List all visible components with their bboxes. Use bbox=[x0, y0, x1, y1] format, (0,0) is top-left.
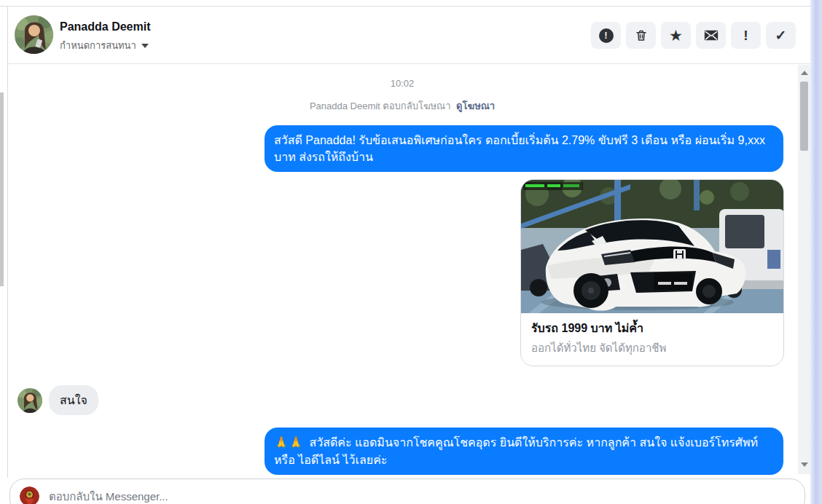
chevron-down-icon bbox=[141, 44, 149, 48]
report-button[interactable]: ! bbox=[591, 22, 621, 49]
check-icon: ✓ bbox=[775, 28, 787, 42]
reply-input[interactable] bbox=[49, 490, 795, 503]
conversation-label-dropdown[interactable]: กำหนดการสนทนา bbox=[60, 38, 149, 53]
outgoing-message-bubble: 🙏🙏 สวัสดีค่ะ แอดมินจากโชคคูณโชคอุดร ยินด… bbox=[265, 428, 783, 474]
message-text: สวัสดี Panadda! รับข้อเสนอพิเศษก่อนใคร ด… bbox=[274, 134, 765, 163]
exclamation-icon: ! bbox=[743, 28, 748, 42]
message-text: สวัสดีค่ะ แอดมินจากโชคคูณโชคอุดร ยินดีให… bbox=[274, 436, 758, 465]
ad-context-text: Panadda Deemit ตอบกลับโฆษณา bbox=[310, 101, 451, 111]
ad-attachment-card[interactable]: รับรถ 1999 บาท ไม่ค้ำ ออกได้ทั่วไทย จัดไ… bbox=[520, 179, 784, 366]
incoming-message-row: สนใจ bbox=[17, 385, 98, 415]
view-ad-link[interactable]: ดูโฆษณา bbox=[456, 101, 495, 111]
star-button[interactable]: ★ bbox=[661, 22, 691, 49]
page-logo-image bbox=[20, 487, 39, 504]
avatar[interactable] bbox=[15, 15, 53, 54]
ad-card-subtitle: ออกได้ทั่วไทย จัดได้ทุกอาชีพ bbox=[531, 339, 773, 357]
ad-card-text: รับรถ 1999 บาท ไม่ค้ำ ออกได้ทั่วไทย จัดไ… bbox=[521, 313, 783, 366]
message-list: 10:02 Panadda Deemit ตอบกลับโฆษณา ดูโฆษณ… bbox=[8, 65, 796, 497]
ad-card-title: รับรถ 1999 บาท ไม่ค้ำ bbox=[531, 319, 773, 337]
person-avatar-image bbox=[17, 388, 42, 413]
mark-important-button[interactable]: ! bbox=[731, 22, 761, 49]
header-action-bar: ! ★ ! ✓ bbox=[591, 22, 796, 49]
car-photo bbox=[521, 180, 784, 313]
mark-unread-button[interactable] bbox=[696, 22, 726, 49]
message-text: สนใจ bbox=[60, 394, 87, 406]
scroll-down-icon[interactable] bbox=[801, 462, 808, 467]
praying-hands-emoji: 🙏🙏 bbox=[274, 436, 303, 449]
delete-button[interactable] bbox=[626, 22, 656, 49]
person-avatar-image bbox=[15, 15, 53, 54]
envelope-icon bbox=[704, 29, 719, 42]
outgoing-message-bubble: สวัสดี Panadda! รับข้อเสนอพิเศษก่อนใคร ด… bbox=[265, 125, 783, 172]
timestamp: 10:02 bbox=[391, 78, 415, 89]
window-edge-strip bbox=[810, 0, 822, 504]
chat-window: Panadda Deemit กำหนดการสนทนา ! ★ bbox=[0, 0, 822, 504]
star-icon: ★ bbox=[669, 28, 683, 43]
chat-scrollbar[interactable] bbox=[798, 65, 810, 474]
mark-done-button[interactable]: ✓ bbox=[766, 22, 796, 49]
conversation-header: Panadda Deemit กำหนดการสนทนา ! ★ bbox=[8, 7, 810, 64]
incoming-message-bubble: สนใจ bbox=[49, 385, 98, 415]
scroll-up-icon[interactable] bbox=[801, 71, 808, 75]
contact-name: Panadda Deemit bbox=[60, 20, 150, 34]
trash-icon bbox=[635, 28, 648, 42]
conversation-list-scrollbar[interactable] bbox=[0, 92, 4, 286]
reply-composer bbox=[9, 479, 805, 504]
conversation-label-text: กำหนดการสนทนา bbox=[60, 38, 136, 53]
ad-context-line: Panadda Deemit ตอบกลับโฆษณา ดูโฆษณา bbox=[310, 98, 495, 114]
page-avatar bbox=[20, 487, 39, 504]
avatar[interactable] bbox=[17, 388, 42, 413]
scrollbar-thumb[interactable] bbox=[800, 82, 808, 151]
circle-exclamation-icon: ! bbox=[599, 28, 614, 43]
